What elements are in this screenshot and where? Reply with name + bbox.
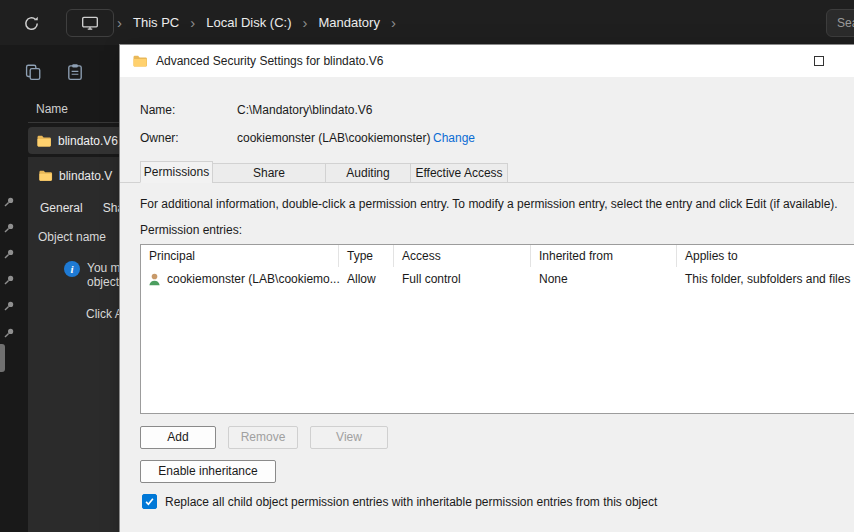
replace-permissions-label[interactable]: Replace all child object permission entr… [165, 495, 657, 509]
pin-icon [3, 327, 15, 339]
cell-inherited-from: None [531, 272, 677, 286]
tab-general[interactable]: General [40, 201, 83, 215]
chevron-right-icon: › [301, 15, 308, 30]
user-icon [147, 272, 162, 287]
dialog-title: Advanced Security Settings for blindato.… [156, 54, 383, 68]
chevron-right-icon: › [390, 15, 397, 30]
refresh-button[interactable] [20, 12, 42, 34]
paste-icon[interactable] [66, 63, 86, 83]
table-header-row: Principal Type Access Inherited from App… [141, 245, 854, 267]
tab-auditing[interactable]: Auditing [325, 163, 411, 183]
table-row[interactable]: cookiemonster (LAB\cookiemo... Allow Ful… [141, 267, 854, 291]
name-label: Name: [140, 103, 175, 117]
this-pc-button[interactable] [66, 9, 114, 37]
cell-access: Full control [394, 272, 531, 286]
tab-permissions[interactable]: Permissions [140, 161, 213, 183]
table-header-access[interactable]: Access [394, 245, 531, 267]
breadcrumb-mandatory[interactable]: Mandatory [308, 11, 389, 34]
breadcrumb: › This PC › Local Disk (C:) › Mandatory … [116, 0, 397, 45]
maximize-icon [814, 56, 824, 66]
pin-icon [3, 222, 15, 234]
table-header-applies-to[interactable]: Applies to [677, 245, 854, 267]
permissions-info-text: For additional information, double-click… [140, 197, 838, 211]
breadcrumb-this-pc[interactable]: This PC [123, 11, 189, 34]
advanced-security-dialog: Advanced Security Settings for blindato.… [120, 45, 854, 532]
owner-label: Owner: [140, 131, 179, 145]
copy-icon[interactable] [24, 63, 44, 83]
explorer-topbar: › This PC › Local Disk (C:) › Mandatory … [0, 0, 854, 45]
tab-effective-access[interactable]: Effective Access [410, 163, 508, 183]
owner-value: cookiemonster (LAB\cookiemonster) [237, 131, 430, 145]
table-header-principal[interactable]: Principal [141, 245, 339, 267]
scrollbar-thumb[interactable] [0, 344, 5, 372]
pin-icon [3, 196, 15, 208]
info-icon: i [64, 261, 80, 277]
list-divider [28, 122, 120, 123]
table-header-inherited-from[interactable]: Inherited from [531, 245, 677, 267]
view-button[interactable]: View [310, 426, 388, 449]
properties-title: blindato.V [59, 169, 112, 183]
monitor-icon [81, 14, 99, 32]
object-name-label: Object name [38, 230, 106, 244]
name-value: C:\Mandatory\blindato.V6 [237, 103, 372, 117]
file-item-blindato[interactable]: blindato.V6 [28, 127, 120, 154]
pin-icon [3, 274, 15, 286]
screen: › This PC › Local Disk (C:) › Mandatory … [0, 0, 854, 532]
table-header-type[interactable]: Type [339, 245, 394, 267]
cell-type: Allow [339, 272, 394, 286]
breadcrumb-local-disk-c[interactable]: Local Disk (C:) [196, 11, 301, 34]
maximize-button[interactable] [796, 45, 842, 77]
file-item-label: blindato.V6 [58, 134, 118, 148]
refresh-icon [23, 15, 40, 32]
remove-button[interactable]: Remove [228, 426, 298, 449]
replace-permissions-checkbox[interactable] [142, 494, 157, 509]
folder-icon [36, 133, 52, 149]
dialog-titlebar[interactable]: Advanced Security Settings for blindato.… [120, 45, 854, 77]
file-list-column-name[interactable]: Name [36, 102, 68, 116]
permission-entries-label: Permission entries: [140, 223, 242, 237]
dialog-tabs: Permissions Share Auditing Effective Acc… [140, 161, 507, 183]
chevron-right-icon: › [189, 15, 196, 30]
replace-permissions-row: Replace all child object permission entr… [142, 494, 657, 509]
enable-inheritance-button[interactable]: Enable inheritance [140, 460, 276, 483]
folder-icon [132, 53, 148, 69]
add-button[interactable]: Add [140, 426, 216, 449]
cell-principal: cookiemonster (LAB\cookiemo... [167, 272, 340, 286]
tab-share[interactable]: Share [212, 163, 326, 183]
change-owner-link[interactable]: Change [433, 131, 475, 145]
permission-entries-table: Principal Type Access Inherited from App… [140, 244, 854, 414]
pin-icon [3, 248, 15, 260]
search-text: Sea [837, 16, 854, 30]
pin-icon [3, 300, 15, 312]
folder-icon [38, 168, 53, 183]
cell-applies-to: This folder, subfolders and files [677, 272, 854, 286]
search-input[interactable]: Sea [826, 9, 854, 37]
chevron-right-icon: › [116, 15, 123, 30]
properties-tabs: General Sha [40, 201, 124, 215]
